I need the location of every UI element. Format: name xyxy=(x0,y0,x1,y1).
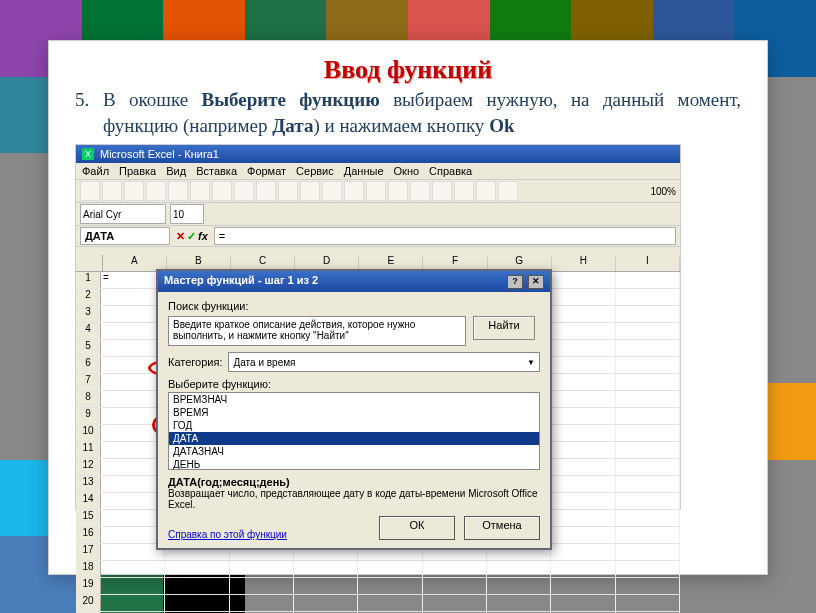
toolbar-button[interactable] xyxy=(322,181,342,201)
cell[interactable] xyxy=(230,595,294,611)
row-header[interactable]: 3 xyxy=(76,306,101,322)
cell[interactable] xyxy=(616,340,680,356)
formula-bar[interactable]: = xyxy=(214,227,676,245)
list-item[interactable]: ГОД xyxy=(169,419,539,432)
cell[interactable] xyxy=(616,289,680,305)
row-header[interactable]: 8 xyxy=(76,391,101,407)
cell[interactable] xyxy=(551,374,615,390)
column-header[interactable]: I xyxy=(616,255,680,271)
zoom-value[interactable]: 100% xyxy=(650,186,676,197)
cell[interactable] xyxy=(616,476,680,492)
toolbar-button[interactable] xyxy=(190,181,210,201)
list-item[interactable]: ВРЕМЯ xyxy=(169,406,539,419)
toolbar-button[interactable] xyxy=(410,181,430,201)
toolbar-button[interactable] xyxy=(432,181,452,201)
font-name[interactable] xyxy=(80,204,166,224)
cell[interactable] xyxy=(101,578,165,594)
cell[interactable] xyxy=(230,578,294,594)
cell[interactable] xyxy=(551,272,615,288)
cell[interactable] xyxy=(551,425,615,441)
row-header[interactable]: 17 xyxy=(76,544,101,560)
cell[interactable] xyxy=(616,527,680,543)
cell[interactable] xyxy=(616,374,680,390)
cell[interactable] xyxy=(487,595,551,611)
cell[interactable] xyxy=(423,595,487,611)
cell[interactable] xyxy=(616,357,680,373)
cell[interactable] xyxy=(551,323,615,339)
list-item[interactable]: ДАТА xyxy=(169,432,539,445)
menu-item[interactable]: Вид xyxy=(166,165,186,177)
toolbar-button[interactable] xyxy=(454,181,474,201)
list-item[interactable]: ДЕНЬ xyxy=(169,458,539,470)
menu-item[interactable]: Формат xyxy=(247,165,286,177)
find-button[interactable]: Найти xyxy=(473,316,535,340)
cell[interactable] xyxy=(551,544,615,560)
cell[interactable] xyxy=(101,561,165,577)
toolbar-button[interactable] xyxy=(146,181,166,201)
toolbar-button[interactable] xyxy=(300,181,320,201)
list-item[interactable]: ВРЕМЗНАЧ xyxy=(169,393,539,406)
column-header[interactable]: H xyxy=(552,255,616,271)
category-dropdown[interactable]: Дата и время▼ xyxy=(228,352,540,372)
row-header[interactable]: 9 xyxy=(76,408,101,424)
cell[interactable] xyxy=(165,595,229,611)
cell[interactable] xyxy=(616,561,680,577)
cell[interactable] xyxy=(616,272,680,288)
cell[interactable] xyxy=(551,357,615,373)
cell[interactable] xyxy=(423,578,487,594)
cell[interactable] xyxy=(616,425,680,441)
cell[interactable] xyxy=(616,459,680,475)
row-header[interactable]: 16 xyxy=(76,527,101,543)
cell[interactable] xyxy=(551,578,615,594)
menu-item[interactable]: Справка xyxy=(429,165,472,177)
accept-icon[interactable]: ✓ xyxy=(187,230,196,243)
cell[interactable] xyxy=(616,493,680,509)
cell[interactable] xyxy=(551,527,615,543)
cell[interactable] xyxy=(294,561,358,577)
row-header[interactable]: 14 xyxy=(76,493,101,509)
menu-item[interactable]: Правка xyxy=(119,165,156,177)
row-header[interactable]: 13 xyxy=(76,476,101,492)
cancel-button[interactable]: Отмена xyxy=(464,516,540,540)
fx-icon[interactable]: fx xyxy=(198,230,208,243)
toolbar-button[interactable] xyxy=(168,181,188,201)
row-header[interactable]: 4 xyxy=(76,323,101,339)
cell[interactable] xyxy=(551,391,615,407)
cell[interactable] xyxy=(358,595,422,611)
cell[interactable] xyxy=(551,289,615,305)
list-item[interactable]: ДАТАЗНАЧ xyxy=(169,445,539,458)
row-header[interactable]: 7 xyxy=(76,374,101,390)
cell[interactable] xyxy=(551,493,615,509)
cell[interactable] xyxy=(616,323,680,339)
cell[interactable] xyxy=(165,561,229,577)
menu-item[interactable]: Файл xyxy=(82,165,109,177)
search-input[interactable]: Введите краткое описание действия, котор… xyxy=(168,316,466,346)
font-size[interactable] xyxy=(170,204,204,224)
cell[interactable] xyxy=(101,595,165,611)
close-icon[interactable]: ✕ xyxy=(528,275,544,289)
toolbar-button[interactable] xyxy=(278,181,298,201)
cell[interactable] xyxy=(358,578,422,594)
function-list[interactable]: ВРЕМЗНАЧВРЕМЯГОДДАТАДАТАЗНАЧДЕНЬДЕНЬНЕД xyxy=(168,392,540,470)
toolbar-button[interactable] xyxy=(212,181,232,201)
cell[interactable] xyxy=(551,459,615,475)
cell[interactable] xyxy=(358,561,422,577)
ok-button[interactable]: ОК xyxy=(379,516,455,540)
menu-item[interactable]: Данные xyxy=(344,165,384,177)
toolbar-button[interactable] xyxy=(344,181,364,201)
cell[interactable] xyxy=(616,595,680,611)
cell[interactable] xyxy=(616,578,680,594)
toolbar-button[interactable] xyxy=(124,181,144,201)
name-box[interactable]: ДАТА xyxy=(80,227,170,245)
cell[interactable] xyxy=(551,595,615,611)
row-header[interactable]: 1 xyxy=(76,272,101,288)
cell[interactable] xyxy=(551,340,615,356)
cell[interactable] xyxy=(294,595,358,611)
cell[interactable] xyxy=(616,391,680,407)
cell[interactable] xyxy=(487,578,551,594)
row-header[interactable]: 2 xyxy=(76,289,101,305)
cancel-icon[interactable]: ✕ xyxy=(176,230,185,243)
cell[interactable] xyxy=(487,561,551,577)
cell[interactable] xyxy=(294,578,358,594)
cell[interactable] xyxy=(423,561,487,577)
